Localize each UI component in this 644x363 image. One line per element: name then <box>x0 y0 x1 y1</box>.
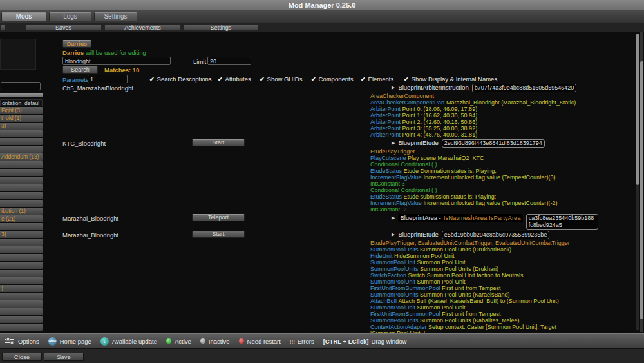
condition-text: IntConstant -2 <box>370 206 407 213</box>
detail-value: Summon Pool Units (DrukhariBack) <box>420 246 511 253</box>
condition-text: Conditional Conditional ( ) <box>370 187 437 193</box>
detail-value: Point 2: (42.60, 40.16, 50.86) <box>402 119 478 125</box>
profile-note-text: will be used for editing <box>84 49 146 56</box>
profile-name: Darrius <box>62 49 84 56</box>
checkbox-elements[interactable]: ✔Elements <box>361 75 393 83</box>
result-action-button-teleport[interactable]: Teleport <box>192 214 245 221</box>
search-button[interactable]: Search <box>62 66 98 74</box>
available-update-legend: ↓ Available update <box>100 337 157 346</box>
detail-key: ArbiterPoint <box>370 132 401 138</box>
close-button[interactable]: Close <box>2 353 42 361</box>
checkmark-icon: ✔ <box>149 76 155 83</box>
limit-label: Limit <box>193 58 206 65</box>
blueprint-row: ▶BlueprintArea -IsNavmeshArea IsPartyAre… <box>392 214 636 230</box>
guid-field[interactable]: e5bd19bb0b204e8ab6c97355399235be <box>442 231 550 239</box>
detail-key: EtudeStatus <box>370 168 402 174</box>
detail-line: ContextActionAdapter Setup context: Cast… <box>370 324 636 330</box>
top-tab-settings[interactable]: Settings <box>94 12 137 21</box>
parameter-input[interactable] <box>88 75 128 83</box>
blueprint-label: BlueprintEtude <box>398 139 438 147</box>
detail-value: Etude submission status is: Playing; <box>404 193 497 200</box>
detail-line: EtudePlayTrigger <box>370 148 636 155</box>
inactive-legend: Inactive <box>200 338 230 345</box>
top-tab-mods[interactable]: Mods <box>1 12 46 21</box>
result-action-button-start[interactable]: Start <box>192 139 245 146</box>
detail-value: Point 3: (55.25, 40.00, 38.92) <box>402 125 478 132</box>
detail-key: HideUnit <box>370 253 393 259</box>
matches-count: 10 <box>133 66 140 74</box>
detail-line: ArbiterPoint Point 0: (18.06, 46.09, 17.… <box>370 106 636 112</box>
detail-value: Attach Buff (Karael_KaraelsBand_Buff) to… <box>398 298 558 304</box>
condition-text: IntConstant 3 <box>370 181 405 187</box>
detail-value: Summon Pool Units (Drukhari) <box>420 266 498 272</box>
sub-tab-achievements[interactable]: Achievements <box>104 25 181 31</box>
guid-field[interactable]: ca3fc8ea235440b59b188fc8bed924a5 <box>526 214 598 230</box>
detail-line: SummonPoolUnits Summon Pool Units (Drukh… <box>370 266 636 272</box>
active-dot-icon <box>166 338 171 344</box>
detail-key: EtudeStatus <box>370 193 402 200</box>
detail-key: IncrementFlagValue <box>370 200 422 206</box>
home-page-link[interactable]: www Home page <box>48 337 91 346</box>
options-button[interactable]: Options <box>5 337 39 345</box>
detail-line: PlayCutscene Play scene MarazhaiQ2_KTC <box>370 155 636 161</box>
checkbox-search-descriptions[interactable]: ✔Search Descriptions <box>149 75 212 83</box>
detail-value: Summon Pool Unit <box>417 279 466 285</box>
detail-value: Marazhai_Bloodright (Marazhai_Bloodright… <box>446 99 576 106</box>
guid-field[interactable]: 2ecf93d896f443e8841df83d18391794 <box>442 139 545 148</box>
checkbox-show-guids[interactable]: ✔Show GUIDs <box>260 75 302 83</box>
window-titlebar[interactable]: Mod Manager 0.25.0 <box>0 0 644 10</box>
search-input[interactable] <box>62 57 171 65</box>
sub-tab-saves[interactable]: Saves <box>25 25 102 31</box>
active-legend: Active <box>166 338 191 345</box>
detail-value: First unit from Tempest <box>442 311 500 317</box>
detail-value: Setup context: Caster [Summon Pool Unit]… <box>428 324 556 330</box>
sub-tab-fragment[interactable] <box>0 25 5 31</box>
inner-scrollbar[interactable] <box>636 34 639 330</box>
footer-bar: Close Save <box>0 348 644 363</box>
checkmark-icon: ✔ <box>361 76 366 83</box>
top-tab-logs[interactable]: Logs <box>49 12 91 21</box>
detail-value: Summon Pool Units (KaraelsBand) <box>420 291 510 298</box>
outer-scrollbar[interactable] <box>640 32 643 332</box>
sub-tab-settings[interactable]: Settings <box>184 25 258 31</box>
limit-input[interactable] <box>207 57 251 65</box>
save-button[interactable]: Save <box>44 353 84 361</box>
result-row: KTC_BloodrightStart▶BlueprintEtude2ecf93… <box>0 139 636 213</box>
errors-icon: !!! <box>290 338 295 345</box>
detail-key: ArbiterPoint <box>370 119 401 125</box>
checkbox-label: Show Display & Internal Names <box>412 75 498 83</box>
result-details: ▶BlueprintEtude2ecf93d896f443e8841df83d1… <box>370 139 636 213</box>
available-update-label: Available update <box>112 338 157 345</box>
hotkey-label: [CTRL + LClick] <box>323 338 369 345</box>
result-details: ▶BlueprintArbiterInstructionb707f74a3f9e… <box>370 84 636 138</box>
expand-arrow-icon[interactable]: ▶ <box>392 214 395 222</box>
detail-line: ArbiterPoint Point 2: (42.60, 40.16, 50.… <box>370 119 636 125</box>
detail-line: SummonPoolUnit Summon Pool Unit <box>370 304 636 311</box>
condition-text: Conditional Conditional ( ) <box>370 161 437 168</box>
detail-key: SummonPoolUnits <box>370 266 419 272</box>
detail-line: IntConstant 3 <box>370 181 636 187</box>
checkbox-label: Components <box>319 75 354 83</box>
expand-arrow-icon[interactable]: ▶ <box>392 84 395 92</box>
update-download-icon: ↓ <box>100 337 109 346</box>
detail-line: SummonPoolUnits Summon Pool Units (Karae… <box>370 291 636 298</box>
detail-key: SummonPoolUnits <box>370 246 419 253</box>
detail-value: Summon Pool Unit <box>417 259 466 266</box>
expand-arrow-icon[interactable]: ▶ <box>392 139 395 147</box>
outer-scrollbar-thumb[interactable] <box>640 61 643 319</box>
errors-label: Errors <box>298 338 314 345</box>
detail-key: FirstUnitFromSummonPool <box>370 311 440 317</box>
options-label: Options <box>18 338 39 345</box>
checkbox-show-display-internal-names[interactable]: ✔Show Display & Internal Names <box>404 75 497 83</box>
checkbox-attributes[interactable]: ✔Attributes <box>218 75 251 83</box>
inner-scrollbar-thumb[interactable] <box>636 34 639 185</box>
detail-line: HideUnit HideSummon Pool Unit <box>370 253 636 259</box>
detail-key: SummonPoolUnits <box>370 317 419 324</box>
detail-line: SummonPoolUnits Summon Pool Units (Drukh… <box>370 246 636 253</box>
result-name: KTC_Bloodright <box>62 140 106 147</box>
result-action-button-start[interactable]: Start <box>192 231 245 238</box>
guid-field[interactable]: b707f74a3f9e4bc88d51605d59546420 <box>472 84 577 92</box>
profile-button[interactable]: Darrius <box>62 40 91 48</box>
checkbox-components[interactable]: ✔Components <box>311 75 353 83</box>
expand-arrow-icon[interactable]: ▶ <box>392 231 395 239</box>
